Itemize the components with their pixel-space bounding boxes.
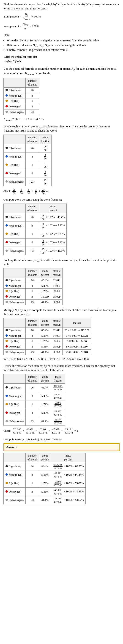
hydrogen-label: H (hydrogen) [4, 496, 26, 504]
oxygen-atoms: 3 [25, 294, 39, 300]
table1-section: Use the chemical formula to count the nu… [3, 67, 120, 122]
hydrogen-atoms: 23 [25, 496, 39, 504]
col-element-header [4, 268, 26, 278]
sulfur-label: S (sulfur) [4, 338, 26, 344]
sulfur-massfrac: 32.06457.548 [51, 400, 65, 409]
lookup-text: Look up the atomic mass, m_i, in unified… [3, 258, 120, 266]
col-element-header [4, 204, 26, 213]
hydrogen-label: H (hydrogen) [4, 110, 26, 115]
col-atoms-header: numberof atoms [25, 204, 39, 213]
nitrogen-label: N (nitrogen) [4, 333, 26, 338]
table3-section: Compute atom percents using the atom fra… [3, 198, 120, 255]
compute-mass-text: Compute mass percents using the mass fra… [3, 437, 120, 441]
nitrogen-masspct: 42.021457.548 × 100% = 9.184% [51, 471, 85, 479]
intro-text: Find the elemental composition for ethyl… [3, 2, 120, 10]
atom-fractions-table: numberof atoms atomfraction C (carbon) 2… [3, 134, 52, 186]
table-row: H (hydrogen) 23 41.1% 1.008 [4, 300, 62, 305]
nitrogen-massfrac: 42.021457.548 [51, 392, 65, 400]
table-row: S (sulfur) 1 156 [4, 161, 52, 169]
sulfur-label: S (sulfur) [4, 289, 26, 294]
atoms-count-table: numberof atoms C (carbon) 26 N (nitrogen… [3, 78, 39, 115]
nitrogen-mass: 14.007 [51, 333, 62, 338]
carbon-atoms: 26 [25, 213, 39, 222]
table-row: N (nitrogen) 3 5.36% 14.007 3 × 14.007 =… [4, 333, 91, 338]
carbon-atoms: 26 [25, 144, 39, 152]
table-row: H (hydrogen) 23 2356 × 100% = 41.1% [4, 247, 67, 255]
carbon-masspct: 312.286457.548 × 100% = 68.25% [51, 462, 85, 471]
sulfur-percent: 1.79% [39, 400, 51, 409]
hydrogen-fraction: 2356 [39, 178, 51, 186]
oxygen-atoms: 3 [25, 169, 39, 178]
nitrogen-percent: 5.36% [39, 283, 51, 289]
nitrogen-label: N (nitrogen) [4, 93, 26, 98]
carbon-mass: 12.011 [51, 278, 62, 283]
oxygen-atoms: 3 [25, 104, 39, 110]
carbon-label: C (carbon) [4, 213, 26, 222]
hydrogen-atoms: 23 [25, 300, 39, 305]
sulfur-percent: 1.79% [39, 289, 51, 294]
carbon-percent: 46.4% [39, 278, 51, 283]
col-percent-header: atompercent [39, 318, 51, 328]
element-mass-table: numberof atoms atompercent atomicmass/u … [3, 318, 91, 355]
table-row: N (nitrogen) 3 5.36% 14.007 [4, 283, 62, 289]
sulfur-atoms: 1 [25, 289, 39, 294]
table-row: S (sulfur) 1 [4, 98, 39, 104]
nitrogen-atoms: 3 [25, 152, 39, 161]
nitrogen-massu: 3 × 14.007 = 42.021 [62, 333, 91, 338]
nitrogen-label: N (nitrogen) [4, 222, 26, 230]
oxygen-label: O (oxygen) [4, 294, 26, 300]
carbon-fraction: 2656 [39, 144, 51, 152]
table-row: O (oxygen) 3 5.36% 15.999 3 × 15.999 = 4… [4, 344, 91, 350]
hydrogen-percent: 2356 × 100% = 41.1% [39, 247, 67, 255]
table-row: C (carbon) 26 [4, 88, 39, 93]
fraction-check: Check: 2656 + 356 + 156 + 356 + 2356 = 1 [3, 188, 120, 195]
sulfur-atoms: 1 [25, 230, 39, 238]
col-fraction-header: atomfraction [39, 134, 51, 144]
col-atoms-header: numberof atoms [25, 318, 39, 328]
plan-section: Plan: Write the chemical formula and gat… [3, 33, 120, 52]
table-row: O (oxygen) 3 5.36% 47.997457.548 × 100% … [4, 488, 86, 496]
sulfur-atoms: 1 [25, 338, 39, 344]
oxygen-atoms: 3 [25, 238, 39, 247]
table-row: N (nitrogen) 3 5.36% 42.021457.548 × 100… [4, 471, 86, 479]
hydrogen-label: H (hydrogen) [4, 417, 26, 426]
hydrogen-percent: 41.1% [39, 300, 51, 305]
hydrogen-atoms: 23 [25, 110, 39, 115]
carbon-label: C (carbon) [4, 144, 26, 152]
plan-item-3: Finally, compute the percents and check … [7, 48, 120, 52]
oxygen-atoms: 3 [25, 488, 39, 496]
sulfur-label: S (sulfur) [4, 161, 26, 169]
compute-atom-text: Compute atom percents using the atom fra… [3, 198, 120, 202]
sulfur-atoms: 1 [25, 161, 39, 169]
nitrogen-percent: 5.36% [39, 333, 51, 338]
table-row: S (sulfur) 1 1.79% 32.06457.548 [4, 400, 65, 409]
massfrac-check: Check: 312.986457.548 + 42.021457.548 + … [3, 428, 120, 434]
table-row: O (oxygen) 3 356 × 100% = 5.36% [4, 238, 67, 247]
sulfur-atoms: 1 [25, 98, 39, 104]
oxygen-mass: 15.999 [51, 344, 62, 350]
table-row: H (hydrogen) 23 41.1% 23.184457.548 [4, 417, 65, 426]
atom-percents-table: numberof atoms atompercent C (carbon) 26… [3, 204, 67, 255]
col-massfrac-header: massfraction [51, 374, 65, 384]
col-atoms-header: numberof atoms [25, 268, 39, 278]
carbon-percent: 46.4% [39, 328, 51, 333]
sulfur-atoms: 1 [25, 400, 39, 409]
nitrogen-atoms: 3 [25, 93, 39, 98]
col-percent-header: atompercent [39, 268, 51, 278]
carbon-label: C (carbon) [4, 328, 26, 333]
carbon-atoms: 26 [25, 278, 39, 283]
nitrogen-percent: 356 × 100% = 5.36% [39, 222, 67, 230]
table-row: H (hydrogen) 23 41.1% 1.008 23 × 1.008 =… [4, 349, 91, 355]
intro-section: Find the elemental composition for ethyl… [3, 2, 120, 30]
sulfur-fraction: 156 [39, 161, 51, 169]
col-massu-header: mass/u [62, 318, 91, 328]
table-row: S (sulfur) 1 1.79% 32.06457.548 × 100% =… [4, 479, 86, 488]
hydrogen-massfrac: 23.184457.548 [51, 417, 65, 426]
table-row: S (sulfur) 1 1.79% 32.06 1 × 32.06 = 32.… [4, 338, 91, 344]
nitrogen-atoms: 3 [25, 222, 39, 230]
hydrogen-label: H (hydrogen) [4, 349, 26, 355]
nitrogen-label: N (nitrogen) [4, 152, 26, 161]
multiply-text: Multiply N_i by m_i to compute the mass … [3, 308, 120, 316]
hydrogen-label: H (hydrogen) [4, 178, 26, 186]
carbon-label: C (carbon) [4, 384, 26, 392]
